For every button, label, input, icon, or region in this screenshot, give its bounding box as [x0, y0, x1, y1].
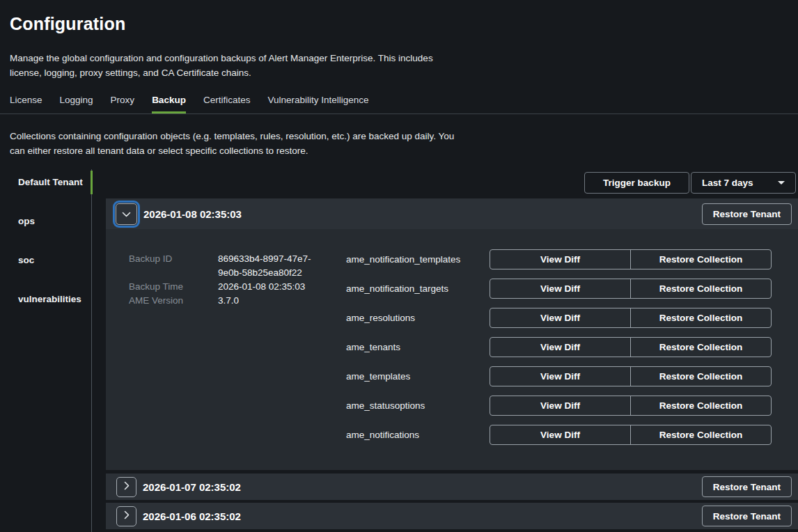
collection-row: ame_notification_targets View Diff Resto…	[346, 274, 798, 303]
backup-meta: Backup ID 869633b4-8997-47e7-9e0b-58b25e…	[106, 229, 346, 470]
page-description: Manage the global configuration and conf…	[10, 51, 788, 80]
backup-info-text: Collections containing configuration obj…	[10, 129, 788, 158]
chevron-right-icon	[124, 481, 130, 492]
restore-collection-button[interactable]: Restore Collection	[630, 338, 771, 357]
backup-main: Trigger backup Last 7 days 2026-01-08 02…	[92, 169, 798, 526]
restore-collection-button[interactable]: Restore Collection	[630, 250, 771, 269]
trigger-backup-button[interactable]: Trigger backup	[584, 172, 689, 194]
backup-timestamp: 2026-01-07 02:35:02	[143, 481, 241, 493]
collections-list: ame_notification_templates View Diff Res…	[346, 229, 798, 470]
collection-actions: View Diff Restore Collection	[490, 308, 772, 328]
view-diff-button[interactable]: View Diff	[490, 367, 630, 386]
backup-time-value: 2026-01-08 02:35:03	[218, 280, 324, 294]
tab-proxy[interactable]: Proxy	[111, 95, 135, 114]
tab-certificates[interactable]: Certificates	[203, 95, 251, 114]
restore-tenant-button[interactable]: Restore Tenant	[702, 476, 792, 497]
ame-version-value: 3.7.0	[218, 294, 324, 308]
backup-content: Default Tenant ops soc vulnerabilities T…	[0, 169, 798, 526]
collection-actions: View Diff Restore Collection	[490, 337, 772, 357]
collection-row: ame_statusoptions View Diff Restore Coll…	[346, 391, 798, 420]
tab-vulnerability-intelligence[interactable]: Vulnerability Intelligence	[267, 95, 368, 114]
collection-row: ame_templates View Diff Restore Collecti…	[346, 361, 798, 391]
expand-backup-button[interactable]	[116, 477, 136, 497]
view-diff-button[interactable]: View Diff	[490, 250, 630, 269]
view-diff-button[interactable]: View Diff	[490, 396, 630, 415]
tab-bar: License Logging Proxy Backup Certificate…	[0, 95, 798, 114]
date-range-dropdown[interactable]: Last 7 days	[691, 172, 796, 194]
collapse-backup-button[interactable]	[116, 203, 137, 225]
view-diff-button[interactable]: View Diff	[490, 279, 630, 298]
view-diff-button[interactable]: View Diff	[490, 425, 630, 444]
date-range-value: Last 7 days	[702, 178, 753, 188]
collection-name: ame_tenants	[346, 342, 490, 352]
expand-backup-button[interactable]	[116, 506, 136, 526]
page-description-line1: Manage the global configuration and conf…	[10, 51, 788, 65]
collection-actions: View Diff Restore Collection	[490, 249, 772, 269]
backup-row-collapsed: 2026-01-06 02:35:02 Restore Tenant	[106, 503, 798, 529]
collection-actions: View Diff Restore Collection	[490, 279, 772, 299]
restore-collection-button[interactable]: Restore Collection	[630, 425, 771, 444]
collection-row: ame_tenants View Diff Restore Collection	[346, 332, 798, 361]
restore-collection-button[interactable]: Restore Collection	[630, 396, 771, 415]
page-header: Configuration Manage the global configur…	[0, 14, 798, 80]
caret-down-icon	[778, 181, 785, 185]
backup-timestamp: 2026-01-06 02:35:02	[143, 510, 241, 522]
chevron-right-icon	[124, 510, 130, 522]
backup-detail-panel: Backup ID 869633b4-8997-47e7-9e0b-58b25e…	[106, 229, 798, 470]
backup-id-value: 869633b4-8997-47e7-9e0b-58b25ea80f22	[218, 252, 324, 280]
collection-row: ame_notification_templates View Diff Res…	[346, 244, 798, 274]
restore-collection-button[interactable]: Restore Collection	[630, 279, 771, 298]
restore-collection-button[interactable]: Restore Collection	[630, 308, 771, 327]
collection-name: ame_notifications	[346, 430, 490, 440]
collection-actions: View Diff Restore Collection	[490, 366, 772, 386]
backup-row-expanded: 2026-01-08 02:35:03 Restore Tenant Backu…	[106, 198, 798, 470]
sidebar-item-ops[interactable]: ops	[0, 216, 92, 255]
collection-actions: View Diff Restore Collection	[490, 396, 772, 416]
backup-time-label: Backup Time	[129, 280, 218, 294]
tab-backup[interactable]: Backup	[152, 95, 186, 114]
sidebar-item-soc[interactable]: soc	[0, 255, 92, 294]
backup-info-line2: can either restore all tenant data or se…	[10, 143, 788, 158]
backup-info-line1: Collections containing configuration obj…	[10, 129, 788, 143]
chevron-down-icon	[122, 209, 131, 219]
backup-row-collapsed: 2026-01-07 02:35:02 Restore Tenant	[106, 474, 798, 500]
restore-tenant-button[interactable]: Restore Tenant	[702, 506, 792, 526]
page-title: Configuration	[10, 14, 788, 34]
restore-collection-button[interactable]: Restore Collection	[630, 367, 771, 386]
backup-id-label: Backup ID	[129, 252, 218, 280]
tab-logging[interactable]: Logging	[60, 95, 93, 114]
collection-name: ame_notification_templates	[346, 254, 490, 265]
tenant-sidebar: Default Tenant ops soc vulnerabilities	[0, 169, 92, 526]
backup-timestamp: 2026-01-08 02:35:03	[143, 208, 242, 220]
sidebar-item-default-tenant[interactable]: Default Tenant	[0, 177, 92, 216]
ame-version-label: AME Version	[129, 294, 218, 308]
sidebar-item-vulnerabilities[interactable]: vulnerabilities	[0, 294, 92, 333]
backup-toolbar: Trigger backup Last 7 days	[106, 172, 798, 194]
collection-row: ame_resolutions View Diff Restore Collec…	[346, 303, 798, 332]
tab-license[interactable]: License	[10, 95, 42, 114]
collection-name: ame_resolutions	[346, 313, 490, 323]
collection-actions: View Diff Restore Collection	[490, 425, 772, 445]
page-description-line2: license, logging, proxy settings, and CA…	[10, 65, 788, 80]
view-diff-button[interactable]: View Diff	[490, 308, 630, 327]
collection-name: ame_notification_targets	[346, 283, 490, 294]
view-diff-button[interactable]: View Diff	[490, 338, 630, 357]
restore-tenant-button[interactable]: Restore Tenant	[702, 203, 792, 225]
collection-name: ame_statusoptions	[346, 400, 490, 411]
backup-row-header: 2026-01-08 02:35:03 Restore Tenant	[106, 198, 798, 229]
collection-row: ame_notifications View Diff Restore Coll…	[346, 420, 798, 449]
collection-name: ame_templates	[346, 371, 490, 382]
